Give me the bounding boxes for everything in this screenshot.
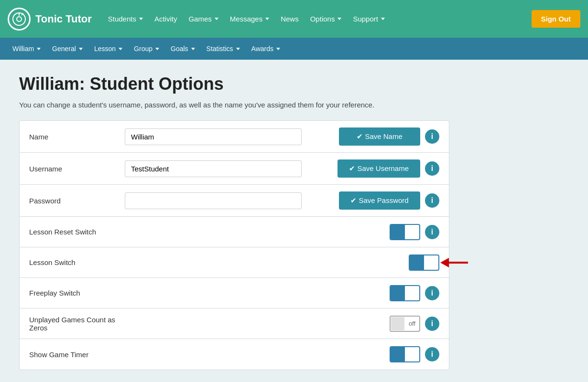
toggle-off-label: off <box>405 320 419 327</box>
subnav-general[interactable]: General <box>47 42 87 55</box>
logo-icon <box>8 8 31 31</box>
subnav-group[interactable]: Group <box>129 42 164 55</box>
svg-point-1 <box>17 17 22 21</box>
name-input-container <box>125 128 302 145</box>
messages-caret <box>265 18 269 20</box>
games-caret <box>215 18 218 20</box>
general-caret <box>79 48 83 50</box>
name-info-button[interactable]: i <box>425 129 439 144</box>
nav-news[interactable]: News <box>276 11 304 27</box>
main-content: William: Student Options You can change … <box>0 60 588 382</box>
lesson-switch-actions <box>409 255 439 271</box>
unplayed-games-label: Unplayed Games Count as Zeros <box>29 316 125 332</box>
username-info-button[interactable]: i <box>425 161 439 176</box>
lesson-switch-arrow-container <box>409 255 439 271</box>
username-row: Username ✔ Save Username i <box>20 153 449 185</box>
arrow-head <box>440 258 449 267</box>
toggle-on-part <box>391 225 405 239</box>
password-row: Password ✔ Save Password i <box>20 185 449 217</box>
lesson-caret <box>119 48 122 50</box>
freeplay-actions: i <box>390 285 439 301</box>
lesson-reset-actions: i <box>390 224 439 240</box>
lesson-switch-row: Lesson Switch <box>20 247 449 278</box>
username-actions: ✔ Save Username i <box>338 159 439 178</box>
username-input[interactable] <box>125 160 302 177</box>
subnav-william[interactable]: William <box>8 42 45 55</box>
lesson-reset-label: Lesson Reset Switch <box>29 228 125 236</box>
nav-support[interactable]: Support <box>348 11 390 27</box>
students-caret <box>139 18 143 20</box>
subnav-goals[interactable]: Goals <box>166 42 200 55</box>
page-description: You can change a student's username, pas… <box>19 101 569 109</box>
freeplay-row: Freeplay Switch i <box>20 278 449 308</box>
lesson-reset-info-button[interactable]: i <box>425 225 439 239</box>
options-table: Name ✔ Save Name i Username ✔ Save Usern… <box>19 120 449 370</box>
game-timer-row: Show Game Timer i <box>20 339 449 370</box>
sub-navigation: William General Lesson Group Goals Stati… <box>0 38 588 60</box>
subnav-awards[interactable]: Awards <box>247 42 285 55</box>
nav-games[interactable]: Games <box>184 11 223 27</box>
awards-caret <box>276 48 280 50</box>
toggle-knob <box>425 256 438 269</box>
nav-options[interactable]: Options <box>305 11 347 27</box>
lesson-reset-toggle[interactable] <box>390 224 420 240</box>
game-timer-label: Show Game Timer <box>29 350 125 359</box>
toggle-off-knob <box>391 317 404 330</box>
game-timer-toggle[interactable] <box>390 346 420 362</box>
game-timer-actions: i <box>390 346 439 362</box>
unplayed-actions: off i <box>390 316 439 332</box>
statistics-caret <box>236 48 240 50</box>
toggle-knob <box>405 286 419 300</box>
lesson-reset-row: Lesson Reset Switch i <box>20 217 449 247</box>
password-input[interactable] <box>125 192 302 209</box>
unplayed-toggle[interactable]: off <box>390 316 420 332</box>
save-password-button[interactable]: ✔ Save Password <box>339 191 420 210</box>
password-info-button[interactable]: i <box>425 193 439 208</box>
freeplay-info-button[interactable]: i <box>425 286 439 300</box>
options-caret <box>338 18 341 20</box>
name-input[interactable] <box>125 128 302 145</box>
password-input-container <box>125 192 302 209</box>
page-title: William: Student Options <box>19 74 569 94</box>
lesson-switch-toggle[interactable] <box>409 255 439 271</box>
goals-caret <box>191 48 195 50</box>
toggle-knob <box>405 348 419 361</box>
red-arrow-annotation <box>440 258 468 267</box>
arrow-line <box>449 262 468 264</box>
support-caret <box>381 18 385 20</box>
william-caret <box>37 48 41 50</box>
subnav-lesson[interactable]: Lesson <box>89 42 127 55</box>
subnav-statistics[interactable]: Statistics <box>202 42 245 55</box>
nav-students[interactable]: Students <box>103 11 148 27</box>
toggle-on-part <box>391 286 405 300</box>
lesson-switch-label: Lesson Switch <box>29 258 125 266</box>
freeplay-toggle[interactable] <box>390 285 420 301</box>
name-actions: ✔ Save Name i <box>339 127 439 146</box>
unplayed-games-row: Unplayed Games Count as Zeros off i <box>20 308 449 339</box>
top-navigation: Tonic Tutor Students Activity Games Mess… <box>0 0 588 38</box>
toggle-on-part <box>410 255 424 270</box>
username-label: Username <box>29 165 125 173</box>
save-name-button[interactable]: ✔ Save Name <box>339 127 420 146</box>
group-caret <box>155 48 159 50</box>
password-actions: ✔ Save Password i <box>339 191 439 210</box>
username-input-container <box>125 160 302 177</box>
password-label: Password <box>29 197 125 205</box>
top-nav-items: Students Activity Games Messages News Op… <box>103 11 528 27</box>
name-label: Name <box>29 133 125 141</box>
save-username-button[interactable]: ✔ Save Username <box>338 159 420 178</box>
sign-out-button[interactable]: Sign Out <box>532 10 581 28</box>
toggle-knob <box>405 225 419 239</box>
toggle-on-part <box>391 347 405 361</box>
nav-activity[interactable]: Activity <box>150 11 182 27</box>
freeplay-label: Freeplay Switch <box>29 289 125 297</box>
nav-messages[interactable]: Messages <box>225 11 274 27</box>
logo-area[interactable]: Tonic Tutor <box>8 8 92 31</box>
unplayed-info-button[interactable]: i <box>425 317 439 331</box>
logo-title: Tonic Tutor <box>35 13 92 25</box>
game-timer-info-button[interactable]: i <box>425 347 439 361</box>
name-row: Name ✔ Save Name i <box>20 121 449 153</box>
